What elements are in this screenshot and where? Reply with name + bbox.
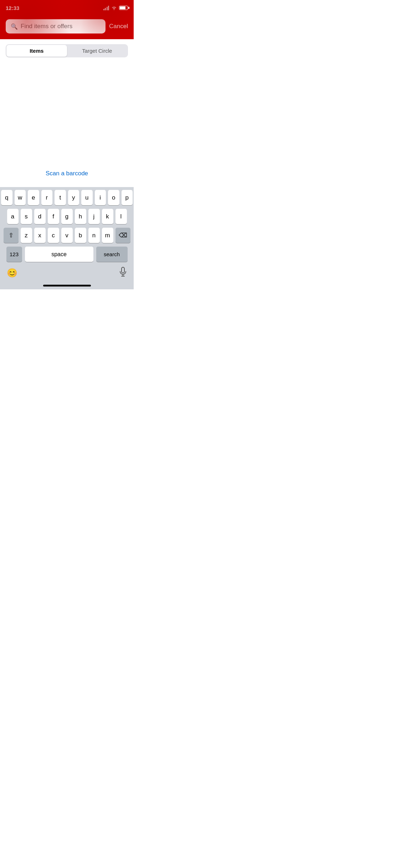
key-w[interactable]: w bbox=[15, 190, 26, 205]
keyboard-row-4: 123 space search bbox=[1, 247, 133, 262]
search-input[interactable] bbox=[21, 23, 101, 30]
key-j[interactable]: j bbox=[88, 209, 100, 224]
status-time: 12:33 bbox=[6, 5, 19, 11]
key-r[interactable]: r bbox=[41, 190, 53, 205]
numbers-key[interactable]: 123 bbox=[6, 247, 22, 262]
key-o[interactable]: o bbox=[108, 190, 119, 205]
key-e[interactable]: e bbox=[28, 190, 39, 205]
keyboard-row-3: ⇧ z x c v b n m ⌫ bbox=[1, 228, 133, 243]
home-bar bbox=[43, 285, 91, 286]
key-v[interactable]: v bbox=[61, 228, 73, 243]
key-l[interactable]: l bbox=[115, 209, 127, 224]
tab-switcher: Items Target Circle bbox=[6, 44, 128, 57]
key-g[interactable]: g bbox=[61, 209, 73, 224]
key-a[interactable]: a bbox=[7, 209, 19, 224]
key-p[interactable]: p bbox=[122, 190, 133, 205]
emoji-button[interactable]: 😊 bbox=[7, 268, 17, 278]
wifi-icon bbox=[111, 6, 117, 10]
svg-point-0 bbox=[114, 9, 115, 10]
home-indicator bbox=[1, 282, 133, 288]
key-n[interactable]: n bbox=[88, 228, 100, 243]
status-icons bbox=[103, 5, 128, 10]
tab-container: Items Target Circle bbox=[0, 39, 134, 61]
space-key[interactable]: space bbox=[25, 247, 93, 262]
cancel-button[interactable]: Cancel bbox=[109, 23, 128, 30]
tab-items[interactable]: Items bbox=[6, 45, 67, 57]
battery-icon bbox=[119, 6, 128, 10]
search-key[interactable]: search bbox=[96, 247, 128, 262]
keyboard-bottom-row: 😊 bbox=[1, 265, 133, 282]
tab-target-circle[interactable]: Target Circle bbox=[67, 45, 128, 57]
key-u[interactable]: u bbox=[81, 190, 93, 205]
main-content: Scan a barcode bbox=[0, 61, 134, 187]
key-d[interactable]: d bbox=[34, 209, 46, 224]
key-k[interactable]: k bbox=[102, 209, 113, 224]
keyboard-row-2: a s d f g h j k l bbox=[1, 209, 133, 224]
search-icon: 🔍 bbox=[11, 23, 18, 30]
key-i[interactable]: i bbox=[95, 190, 106, 205]
signal-icon bbox=[103, 5, 109, 10]
status-bar: 12:33 bbox=[0, 0, 134, 16]
key-f[interactable]: f bbox=[48, 209, 59, 224]
keyboard: q w e r t y u i o p a s d f g h j k l ⇧ … bbox=[0, 187, 134, 289]
search-header: 🔍 Cancel bbox=[0, 16, 134, 39]
key-y[interactable]: y bbox=[68, 190, 79, 205]
key-q[interactable]: q bbox=[1, 190, 12, 205]
microphone-button[interactable] bbox=[119, 267, 127, 279]
key-s[interactable]: s bbox=[21, 209, 32, 224]
backspace-key[interactable]: ⌫ bbox=[115, 228, 130, 243]
shift-key[interactable]: ⇧ bbox=[4, 228, 19, 243]
key-h[interactable]: h bbox=[75, 209, 86, 224]
key-t[interactable]: t bbox=[55, 190, 66, 205]
key-m[interactable]: m bbox=[102, 228, 113, 243]
scan-barcode-link[interactable]: Scan a barcode bbox=[46, 170, 88, 177]
key-x[interactable]: x bbox=[34, 228, 46, 243]
key-c[interactable]: c bbox=[48, 228, 59, 243]
keyboard-row-1: q w e r t y u i o p bbox=[1, 190, 133, 205]
key-z[interactable]: z bbox=[21, 228, 32, 243]
key-b[interactable]: b bbox=[75, 228, 86, 243]
svg-rect-1 bbox=[122, 267, 124, 273]
search-bar[interactable]: 🔍 bbox=[6, 19, 106, 33]
